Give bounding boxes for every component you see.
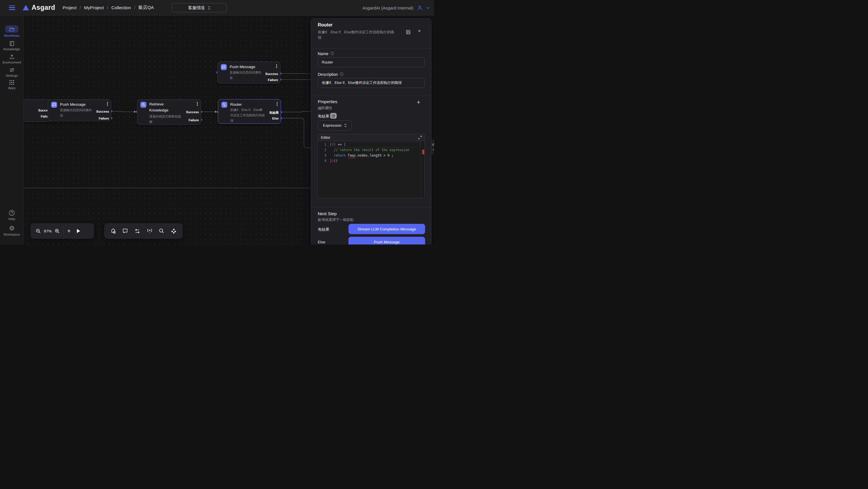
sidebar-label: Workflows — [4, 34, 20, 37]
comment-icon[interactable] — [122, 228, 128, 234]
sliders-icon — [9, 67, 14, 73]
edit-property-icon[interactable] — [330, 113, 337, 119]
topbar: Asgard Project / MyProject / Collection … — [0, 0, 434, 16]
gear-icon: ⚙ — [9, 225, 14, 232]
editor-title: Editor — [321, 136, 330, 140]
code-line: 2 // return the result of the expression — [318, 147, 425, 153]
close-icon[interactable]: × — [418, 28, 421, 34]
canvas-tools-toolbar — [104, 223, 183, 239]
chat-bubble-icon — [221, 64, 227, 70]
port-failure: Failure — [189, 118, 199, 122]
node-title: Router — [230, 102, 242, 108]
node-menu-icon[interactable] — [276, 64, 277, 69]
node-menu-icon[interactable] — [107, 102, 108, 107]
node-retrieve-knowledge[interactable]: Retrieve Knowledge 透過自然語言檢索知識 庫 Success … — [137, 99, 201, 125]
divider — [311, 49, 431, 49]
environment-select[interactable]: 客服情境 — [172, 3, 227, 12]
node-title: Push Message — [229, 64, 255, 70]
menu-icon[interactable] — [9, 5, 15, 10]
brand-name: Asgard — [32, 4, 55, 11]
editor-code-area[interactable]: 1 (() => { 2 // return the result of the… — [318, 141, 425, 198]
node-subtitle: 直接輸出訊息的回應內 — [229, 70, 261, 75]
panel-description: 依據If、Else If、Else條件決定工作流程執行的路徑 — [318, 30, 404, 40]
node-push-message-top[interactable]: Push Message 直接輸出訊息的回應內 容 Success Failur… — [217, 61, 280, 84]
apps-grid-icon — [9, 80, 14, 85]
info-icon: ⓘ — [330, 51, 334, 56]
run-workflow-icon[interactable] — [77, 229, 80, 233]
upload-icon — [9, 54, 14, 59]
port-failure: Failure — [268, 78, 278, 82]
port-success: Success — [186, 110, 199, 114]
node-push-message[interactable]: Push Message 直接輸出訊息的回應內 容 Success Failur… — [48, 99, 112, 121]
book-icon — [9, 41, 14, 46]
auto-layout-icon[interactable] — [171, 228, 177, 234]
folder-icon — [9, 27, 14, 32]
node-subtitle: 徑 — [230, 118, 234, 123]
chevron-updown-icon — [208, 6, 210, 10]
toolbar-divider — [63, 227, 64, 235]
asgard-logo-icon — [23, 5, 29, 10]
node-subtitle: 庫 — [149, 119, 152, 125]
sidebar-item-apps[interactable]: Apps — [0, 80, 24, 90]
expand-editor-icon[interactable] — [418, 136, 422, 139]
edge-router-result-stub — [281, 112, 311, 112]
description-input[interactable]: 依據If、Else If、Else條件決定工作流程執行的路徑 — [318, 78, 425, 88]
zoom-level: 87% — [44, 229, 52, 233]
node-menu-icon[interactable] — [197, 102, 198, 107]
sidebar-label: Help — [8, 217, 15, 221]
sidebar-label: Environment — [3, 61, 21, 64]
sidebar-item-workflows[interactable]: Workflows — [0, 25, 24, 37]
property-name: 有結果 — [318, 114, 330, 119]
breadcrumb: Project / MyProject / Collection / 飯店QA — [63, 5, 154, 11]
save-icon[interactable] — [406, 30, 411, 34]
locate-center-icon[interactable] — [147, 228, 153, 234]
user-icon — [417, 5, 423, 11]
node-inspector-panel: Router 依據If、Else If、Else條件決定工作流程執行的路徑 × … — [311, 19, 431, 244]
sidebar-item-settings[interactable]: Settings — [0, 67, 24, 77]
add-property-button[interactable]: + — [417, 99, 420, 105]
sidebar-label: Settings — [6, 74, 18, 77]
properties-title: Properties — [318, 99, 337, 104]
breadcrumb-current[interactable]: 飯店QA — [138, 5, 154, 11]
sidebar-label: Workspace — [3, 233, 20, 236]
add-node-icon[interactable] — [110, 228, 116, 234]
node-subtitle: 件決定工作流程執行的路 — [230, 113, 265, 118]
property-type-select[interactable]: Expression — [318, 120, 352, 131]
breadcrumb-project[interactable]: Project — [63, 5, 76, 10]
next-step-button-else[interactable]: Push Message — [348, 237, 425, 244]
breadcrumb-myproject[interactable]: MyProject — [84, 5, 104, 10]
node-subtitle: 直接輸出訊息的回應內 — [60, 108, 92, 113]
node-subtitle: 余 — [432, 147, 434, 152]
port-failure: Failure — [99, 117, 109, 120]
panel-title: Router — [318, 22, 333, 28]
next-step-subtitle: 新增或選擇下一個節點 — [318, 218, 353, 222]
account-menu[interactable]: AsgardAI (Asgard Internal) — [362, 0, 430, 16]
info-icon: ⓘ — [340, 72, 344, 77]
sidebar-item-help[interactable]: Help — [0, 210, 24, 221]
divider — [311, 207, 431, 207]
editor-ruler — [421, 141, 421, 198]
search-icon[interactable] — [159, 228, 164, 234]
add-icon[interactable]: + — [67, 228, 71, 234]
expression-editor: Editor 1 (() => { 2 // return the result… — [317, 134, 425, 198]
zoom-toolbar: 87% + — [30, 223, 94, 239]
name-input[interactable]: Router — [318, 57, 425, 67]
sidebar-item-environment[interactable]: Environment — [0, 54, 24, 64]
node-title: Push Message — [60, 102, 86, 108]
sidebar-item-workspace[interactable]: ⚙ Workspace — [0, 225, 24, 236]
sidebar-item-knowledge[interactable]: Knowledge — [0, 41, 24, 51]
node-menu-icon[interactable] — [277, 102, 278, 107]
zoom-in-icon[interactable] — [55, 228, 60, 234]
editor-header: Editor — [318, 134, 425, 141]
node-subtitle: 容 — [60, 113, 63, 118]
zoom-out-icon[interactable] — [36, 228, 41, 234]
node-subtitle: 依據If、Else If、Else條 — [230, 107, 262, 113]
sidebar-label: Apps — [8, 86, 16, 90]
sidebar-label: Knowledge — [4, 48, 20, 51]
next-step-button-has-result[interactable]: Stream LLM Completion Message — [348, 224, 425, 234]
swap-arrows-icon[interactable] — [134, 228, 141, 234]
node-router[interactable]: Router 依據If、Else If、Else條 件決定工作流程執行的路 徑 … — [218, 99, 281, 124]
breadcrumb-collection[interactable]: Collection — [112, 5, 131, 10]
sidebar: Workflows Knowledge Environment Settings… — [0, 16, 24, 244]
node-clipped-right[interactable]: d 余 — [431, 139, 434, 155]
